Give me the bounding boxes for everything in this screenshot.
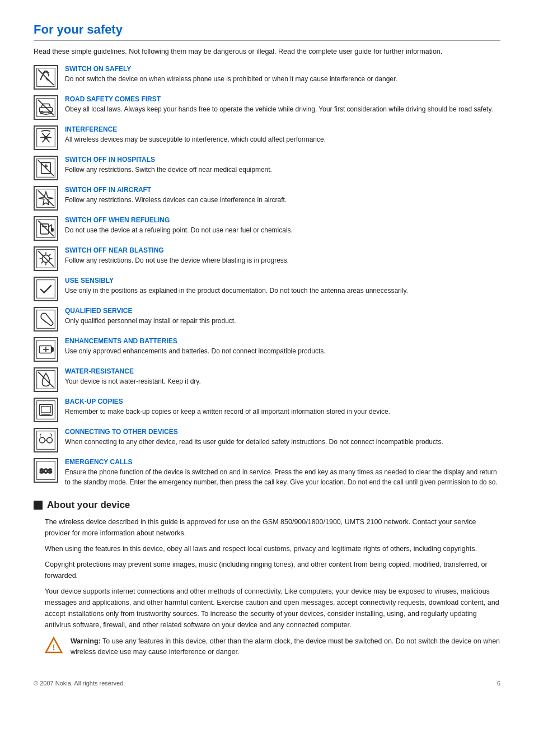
safety-desc-emergency-calls: Ensure the phone function of the device … (65, 467, 500, 487)
svg-text:!: ! (53, 643, 55, 652)
safety-content-switch-off-hospitals: SWITCH OFF IN HOSPITALS Follow any restr… (65, 156, 500, 175)
svg-rect-19 (40, 224, 49, 234)
svg-line-2 (40, 75, 42, 80)
safety-item-switch-off-aircraft: SWITCH OFF IN AIRCRAFT Follow any restri… (34, 186, 500, 211)
safety-items-list: SWITCH ON SAFELY Do not switch the devic… (34, 65, 500, 487)
safety-title-switch-off-refueling: SWITCH OFF WHEN REFUELING (65, 216, 500, 224)
safety-desc-switch-off-hospitals: Follow any restrictions. Switch the devi… (65, 165, 500, 175)
warning-body: To use any features in this device, othe… (71, 637, 500, 656)
safety-title-enhancements-batteries: ENHANCEMENTS AND BATTERIES (65, 337, 500, 345)
about-heading-icon (34, 501, 43, 510)
safety-content-switch-off-blasting: SWITCH OFF NEAR BLASTING Follow any rest… (65, 246, 500, 265)
safety-content-connecting-devices: CONNECTING TO OTHER DEVICES When connect… (65, 428, 500, 447)
safety-title-connecting-devices: CONNECTING TO OTHER DEVICES (65, 428, 500, 436)
safety-item-qualified-service: QUALIFIED SERVICE Only qualified personn… (34, 307, 500, 332)
svg-rect-46 (41, 406, 50, 412)
safety-icon-switch-on-safely (34, 65, 58, 90)
svg-rect-20 (51, 228, 53, 231)
svg-text:SOS: SOS (40, 468, 52, 474)
svg-line-32 (41, 262, 43, 263)
safety-icon-water-resistance (34, 367, 58, 392)
safety-desc-road-safety: Obey all local laws. Always keep your ha… (65, 104, 500, 114)
safety-item-enhancements-batteries: ENHANCEMENTS AND BATTERIES Use only appr… (34, 337, 500, 362)
safety-content-switch-off-refueling: SWITCH OFF WHEN REFUELING Do not use the… (65, 216, 500, 235)
safety-title-interference: INTERFERENCE (65, 125, 500, 133)
safety-title-switch-off-aircraft: SWITCH OFF IN AIRCRAFT (65, 186, 500, 194)
warning-svg: ! (45, 636, 63, 654)
safety-desc-interference: All wireless devices may be susceptible … (65, 134, 500, 144)
safety-desc-water-resistance: Your device is not water-resistant. Keep… (65, 376, 500, 386)
intro-text: Read these simple guidelines. Not follow… (34, 46, 500, 57)
safety-content-use-sensibly: USE SENSIBLY Use only in the positions a… (65, 277, 500, 296)
safety-icon-connecting-devices (34, 428, 58, 452)
warning-row: ! Warning: To use any features in this d… (45, 636, 500, 657)
safety-content-emergency-calls: EMERGENCY CALLS Ensure the phone functio… (65, 458, 500, 487)
svg-point-49 (40, 437, 45, 443)
safety-content-water-resistance: WATER-RESISTANCE Your device is not wate… (65, 367, 500, 386)
svg-line-36 (41, 318, 46, 323)
safety-icon-backup-copies (34, 398, 58, 422)
safety-desc-use-sensibly: Use only in the positions as explained i… (65, 286, 500, 296)
safety-title-switch-off-hospitals: SWITCH OFF IN HOSPITALS (65, 156, 500, 164)
safety-desc-switch-off-aircraft: Follow any restrictions. Wireless device… (65, 195, 500, 205)
safety-item-road-safety: ROAD SAFETY COMES FIRST Obey all local l… (34, 95, 500, 120)
safety-title-water-resistance: WATER-RESISTANCE (65, 367, 500, 375)
safety-icon-switch-off-blasting (34, 246, 58, 271)
safety-item-switch-off-blasting: SWITCH OFF NEAR BLASTING Follow any rest… (34, 246, 500, 271)
svg-line-31 (49, 254, 50, 256)
safety-content-road-safety: ROAD SAFETY COMES FIRST Obey all local l… (65, 95, 500, 114)
about-heading-text: About your device (47, 500, 130, 511)
safety-icon-road-safety (34, 95, 58, 120)
about-para-0: The wireless device described in this gu… (45, 516, 500, 539)
safety-title-use-sensibly: USE SENSIBLY (65, 277, 500, 284)
svg-point-50 (47, 437, 53, 443)
safety-item-switch-off-hospitals: SWITCH OFF IN HOSPITALS Follow any restr… (34, 156, 500, 180)
svg-line-43 (38, 372, 54, 388)
safety-icon-switch-off-aircraft (34, 186, 58, 211)
about-section: About your device The wireless device de… (34, 500, 500, 657)
safety-icon-emergency-calls: SOS (34, 458, 58, 483)
safety-title-road-safety: ROAD SAFETY COMES FIRST (65, 95, 500, 103)
safety-item-use-sensibly: USE SENSIBLY Use only in the positions a… (34, 277, 500, 301)
safety-desc-qualified-service: Only qualified personnel may install or … (65, 316, 500, 326)
page-title: For your safety (34, 22, 500, 41)
about-para-2: Copyright protections may prevent some i… (45, 559, 500, 581)
safety-title-backup-copies: BACK-UP COPIES (65, 398, 500, 405)
safety-icon-switch-off-hospitals (34, 156, 58, 180)
safety-item-water-resistance: WATER-RESISTANCE Your device is not wate… (34, 367, 500, 392)
safety-title-qualified-service: QUALIFIED SERVICE (65, 307, 500, 315)
safety-title-emergency-calls: EMERGENCY CALLS (65, 458, 500, 466)
safety-content-switch-off-aircraft: SWITCH OFF IN AIRCRAFT Follow any restri… (65, 186, 500, 205)
safety-icon-enhancements-batteries (34, 337, 58, 362)
about-heading: About your device (34, 500, 500, 511)
safety-desc-backup-copies: Remember to make back-up copies or keep … (65, 407, 500, 417)
safety-desc-switch-off-blasting: Follow any restrictions. Do not use the … (65, 255, 500, 265)
safety-desc-switch-off-refueling: Do not use the device at a refueling poi… (65, 225, 500, 235)
warning-triangle-icon: ! (45, 636, 65, 657)
safety-icon-qualified-service (34, 307, 58, 332)
copyright-text: © 2007 Nokia. All rights reserved. (34, 680, 125, 687)
safety-desc-enhancements-batteries: Use only approved enhancements and batte… (65, 346, 500, 356)
warning-label: Warning: (71, 637, 101, 645)
safety-item-emergency-calls: SOS EMERGENCY CALLS Ensure the phone fun… (34, 458, 500, 487)
svg-rect-35 (37, 310, 55, 328)
safety-content-qualified-service: QUALIFIED SERVICE Only qualified personn… (65, 307, 500, 326)
safety-item-switch-off-refueling: SWITCH OFF WHEN REFUELING Do not use the… (34, 216, 500, 241)
safety-item-connecting-devices: CONNECTING TO OTHER DEVICES When connect… (34, 428, 500, 452)
safety-icon-interference (34, 125, 58, 150)
safety-item-backup-copies: BACK-UP COPIES Remember to make back-up … (34, 398, 500, 422)
safety-content-interference: INTERFERENCE All wireless devices may be… (65, 125, 500, 144)
safety-item-switch-on-safely: SWITCH ON SAFELY Do not switch the devic… (34, 65, 500, 90)
safety-desc-connecting-devices: When connecting to any other device, rea… (65, 437, 500, 447)
safety-icon-use-sensibly (34, 277, 58, 301)
about-para-3: Your device supports internet connection… (45, 586, 500, 631)
warning-text-content: Warning: To use any features in this dev… (71, 636, 500, 657)
about-paragraphs: The wireless device described in this gu… (34, 516, 500, 631)
about-para-1: When using the features in this device, … (45, 543, 500, 554)
safety-content-backup-copies: BACK-UP COPIES Remember to make back-up … (65, 398, 500, 417)
svg-rect-39 (51, 347, 53, 351)
svg-point-10 (45, 136, 48, 139)
safety-icon-switch-off-refueling (34, 216, 58, 241)
safety-title-switch-on-safely: SWITCH ON SAFELY (65, 65, 500, 73)
safety-title-switch-off-blasting: SWITCH OFF NEAR BLASTING (65, 246, 500, 254)
